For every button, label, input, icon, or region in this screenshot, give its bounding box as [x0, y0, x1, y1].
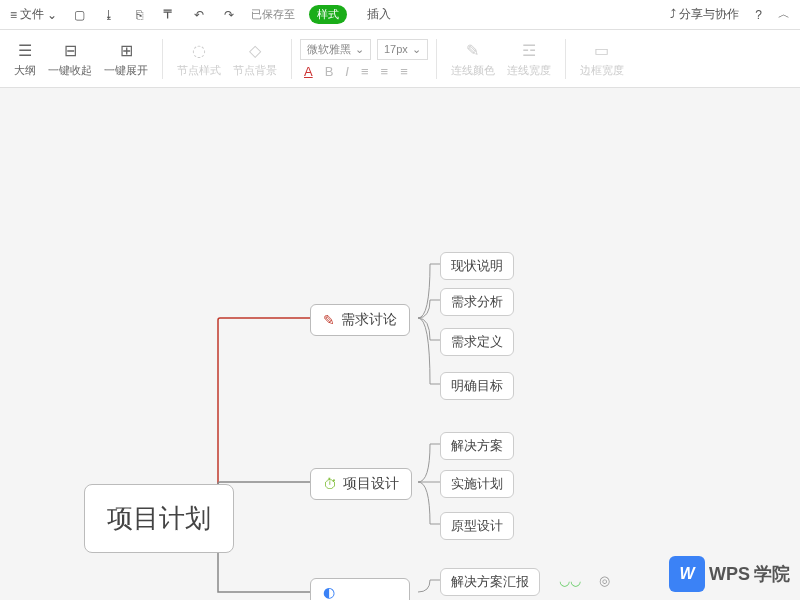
- outline-icon: ☰: [14, 39, 36, 61]
- node-bg-button[interactable]: ◇节点背景: [227, 37, 283, 80]
- border-width-button[interactable]: ▭边框宽度: [574, 37, 630, 80]
- expand-all-button[interactable]: ⊞一键展开: [98, 37, 154, 80]
- target-icon[interactable]: ◎: [599, 573, 610, 588]
- node-style-icon: ◌: [188, 39, 210, 61]
- align-center-icon[interactable]: ≡: [381, 64, 389, 79]
- canvas-controls: ◡◡ ◎: [559, 573, 610, 588]
- align-left-icon[interactable]: ≡: [361, 64, 369, 79]
- align-right-icon[interactable]: ≡: [400, 64, 408, 79]
- line-color-icon: ✎: [462, 39, 484, 61]
- expand-icon: ⊞: [115, 39, 137, 61]
- font-family-select[interactable]: 微软雅黑⌄: [300, 39, 371, 60]
- node-style-button[interactable]: ◌节点样式: [171, 37, 227, 80]
- bold-icon[interactable]: B: [325, 64, 334, 79]
- line-width-icon: ☲: [518, 39, 540, 61]
- ribbon-toolbar: ☰大纲 ⊟一键收起 ⊞一键展开 ◌节点样式 ◇节点背景 微软雅黑⌄ 17px⌄ …: [0, 30, 800, 88]
- pencil-icon: ✎: [323, 312, 335, 328]
- mindmap-branch-node[interactable]: ◐: [310, 578, 410, 600]
- mindmap-leaf-node[interactable]: 原型设计: [440, 512, 514, 540]
- node-label: 项目设计: [343, 475, 399, 493]
- border-width-icon: ▭: [591, 39, 613, 61]
- wps-logo-icon: W: [669, 556, 705, 592]
- redo-icon[interactable]: ↷: [221, 7, 237, 23]
- menu-file[interactable]: ≡ 文件 ⌄: [10, 6, 57, 23]
- outline-button[interactable]: ☰大纲: [8, 37, 42, 80]
- mindmap-leaf-node[interactable]: 需求分析: [440, 288, 514, 316]
- node-label: 需求讨论: [341, 311, 397, 329]
- font-color-icon[interactable]: A: [304, 64, 313, 79]
- mindmap-branch-node[interactable]: ✎ 需求讨论: [310, 304, 410, 336]
- mindmap-leaf-node[interactable]: 需求定义: [440, 328, 514, 356]
- wps-watermark: W WPS学院: [669, 556, 790, 592]
- chat-icon: ◐: [323, 584, 335, 600]
- italic-icon[interactable]: I: [345, 64, 349, 79]
- mindmap-leaf-node[interactable]: 现状说明: [440, 252, 514, 280]
- mindmap-root-node[interactable]: 项目计划: [84, 484, 234, 553]
- line-width-button[interactable]: ☲连线宽度: [501, 37, 557, 80]
- share-button[interactable]: ⤴ 分享与协作: [670, 6, 739, 23]
- top-menubar: ≡ 文件 ⌄ ▢ ⭳ ⎘ 〒 ↶ ↷ 已保存至 样式 插入 ⤴ 分享与协作 ? …: [0, 0, 800, 30]
- mindmap-leaf-node[interactable]: 明确目标: [440, 372, 514, 400]
- download-icon[interactable]: ⭳: [101, 7, 117, 23]
- timer-icon: ⏱: [323, 476, 337, 492]
- save-icon[interactable]: ▢: [71, 7, 87, 23]
- node-bg-icon: ◇: [244, 39, 266, 61]
- style-pill[interactable]: 样式: [309, 5, 347, 24]
- format-painter-icon[interactable]: 〒: [161, 7, 177, 23]
- insert-menu[interactable]: 插入: [367, 6, 391, 23]
- mindmap-canvas[interactable]: 项目计划 ✎ 需求讨论 现状说明 需求分析 需求定义 明确目标 ⏱ 项目设计 解…: [0, 88, 800, 600]
- collapse-icon: ⊟: [59, 39, 81, 61]
- saved-label: 已保存至: [251, 7, 295, 22]
- help-button[interactable]: ?: [755, 8, 762, 22]
- mindmap-branch-node[interactable]: ⏱ 项目设计: [310, 468, 412, 500]
- eye-icon[interactable]: ◡◡: [559, 573, 581, 588]
- undo-icon[interactable]: ↶: [191, 7, 207, 23]
- line-color-button[interactable]: ✎连线颜色: [445, 37, 501, 80]
- mindmap-leaf-node[interactable]: 解决方案汇报: [440, 568, 540, 596]
- collapse-ribbon-icon[interactable]: ︿: [778, 6, 790, 23]
- export-icon[interactable]: ⎘: [131, 7, 147, 23]
- font-size-select[interactable]: 17px⌄: [377, 39, 428, 60]
- mindmap-leaf-node[interactable]: 解决方案: [440, 432, 514, 460]
- collapse-all-button[interactable]: ⊟一键收起: [42, 37, 98, 80]
- mindmap-leaf-node[interactable]: 实施计划: [440, 470, 514, 498]
